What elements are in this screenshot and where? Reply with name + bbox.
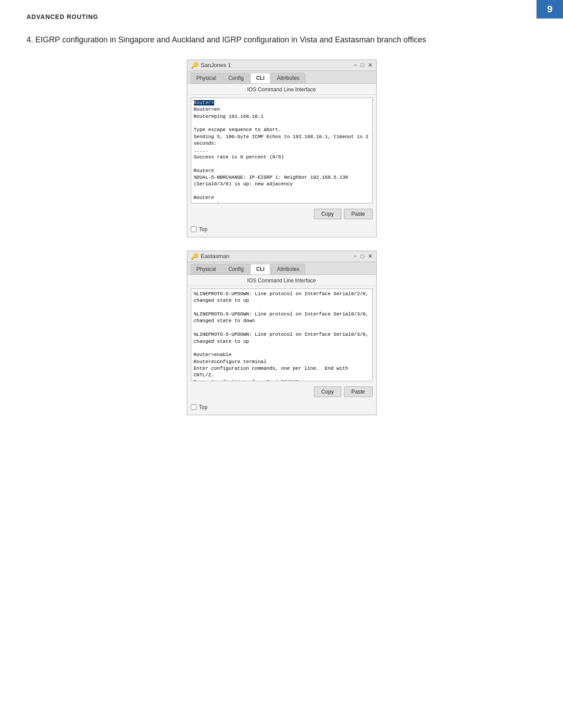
window2-paste-button[interactable]: Paste (344, 387, 373, 397)
window2-tab-cli[interactable]: CLI (250, 264, 270, 274)
window1-tabs: Physical Config CLI Attributes (187, 71, 376, 84)
window1-paste-button[interactable]: Paste (344, 209, 373, 219)
window1-ios-label: IOS Command Line Interface (187, 84, 376, 95)
window1-maximize-btn[interactable]: □ (361, 62, 364, 68)
window2-title: Eastasman (201, 253, 230, 259)
window2-tabs: Physical Config CLI Attributes (187, 262, 376, 275)
window2-terminal[interactable]: %LINEPROTO-5-UPDOWN: Line protocol on In… (191, 289, 373, 381)
window2-tab-config[interactable]: Config (223, 264, 249, 274)
window1-title: SanJones 1 (201, 62, 231, 68)
window1-terminal[interactable]: Router> Router>en Router#ping 192.168.10… (191, 98, 373, 203)
window1-tab-config[interactable]: Config (223, 73, 249, 83)
window2-top-checkbox[interactable] (191, 404, 196, 410)
window1-top-row: Top (187, 223, 376, 237)
window1-wrapper: 🔑 SanJones 1 − □ ✕ Physical Config CLI A… (26, 60, 537, 237)
window2-minimize-btn[interactable]: − (354, 253, 357, 259)
window2-titlebar-left: 🔑 Eastasman (191, 253, 230, 260)
window2-close-btn[interactable]: ✕ (368, 253, 373, 259)
window2-top-row: Top (187, 401, 376, 415)
window1-terminal-highlight: Router> (194, 100, 214, 105)
window2-buttons-row: Copy Paste (187, 384, 376, 401)
window2-top-label: Top (199, 404, 208, 410)
window2-wrapper: 🔑 Eastasman − □ ✕ Physical Config CLI At… (26, 251, 537, 415)
window2-tab-attributes[interactable]: Attributes (271, 264, 305, 274)
section-title: 4. EIGRP configuration in Singapore and … (26, 34, 537, 46)
window1-tab-physical[interactable]: Physical (191, 73, 222, 83)
page-number: 9 (537, 0, 563, 19)
window1-close-btn[interactable]: ✕ (368, 62, 373, 68)
page-header: ADVANCED ROUTING (0, 0, 563, 25)
sanjones-window: 🔑 SanJones 1 − □ ✕ Physical Config CLI A… (187, 60, 377, 237)
window1-titlebar-left: 🔑 SanJones 1 (191, 62, 231, 69)
window1-copy-button[interactable]: Copy (314, 209, 341, 219)
eastasman-window: 🔑 Eastasman − □ ✕ Physical Config CLI At… (187, 251, 377, 415)
window2-maximize-btn[interactable]: □ (361, 253, 364, 259)
window2-copy-button[interactable]: Copy (314, 387, 341, 397)
window2-titlebar: 🔑 Eastasman − □ ✕ (187, 251, 376, 262)
window2-icon: 🔑 (191, 253, 198, 260)
window2-controls[interactable]: − □ ✕ (354, 253, 372, 259)
window2-tab-physical[interactable]: Physical (191, 264, 222, 274)
window1-top-label: Top (199, 226, 208, 233)
window1-tab-attributes[interactable]: Attributes (271, 73, 305, 83)
window1-controls[interactable]: − □ ✕ (354, 62, 372, 68)
window1-tab-cli[interactable]: CLI (250, 73, 270, 83)
window1-icon: 🔑 (191, 62, 198, 69)
window2-ios-label: IOS Command Line Interface (187, 275, 376, 286)
window1-minimize-btn[interactable]: − (354, 62, 357, 68)
window1-titlebar: 🔑 SanJones 1 − □ ✕ (187, 60, 376, 71)
window1-top-checkbox[interactable] (191, 226, 196, 232)
window1-buttons-row: Copy Paste (187, 206, 376, 223)
